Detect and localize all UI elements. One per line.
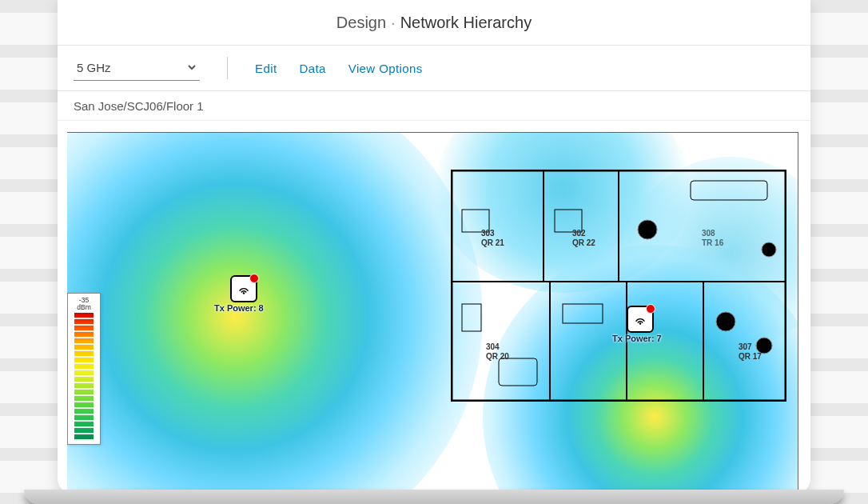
data-link[interactable]: Data: [299, 62, 325, 75]
legend-top-value: -35dBm: [70, 297, 98, 311]
ap-status-dot-icon: [646, 304, 655, 314]
heatmap-canvas[interactable]: 303QR 21 302QR 22 308TR 16 304QR 20 307Q…: [67, 132, 798, 494]
svg-rect-12: [462, 304, 481, 331]
ap-label: Tx Power: 8: [214, 303, 264, 313]
room-label-303: 303QR 21: [481, 229, 504, 247]
ap-marker[interactable]: [627, 306, 654, 333]
chevron-down-icon: [187, 61, 197, 74]
svg-rect-14: [563, 304, 603, 323]
device-frame-left: [0, 0, 64, 504]
title-separator: ·: [391, 14, 396, 32]
band-selected-value: 5 GHz: [77, 61, 111, 74]
signal-legend: -35dBm: [67, 293, 101, 445]
title-lead: Design: [336, 14, 386, 32]
ap-status-dot-icon: [249, 274, 259, 283]
title-sub: Network Hierarchy: [400, 14, 532, 32]
svg-rect-13: [499, 358, 537, 386]
heatmap-blob: [67, 132, 483, 494]
toolbar: 5 GHz Edit Data View Options: [58, 46, 810, 91]
svg-point-18: [639, 322, 642, 325]
page-title-bar: Design · Network Hierarchy: [58, 0, 810, 46]
ap-label: Tx Power: 7: [612, 334, 662, 343]
room-label-307: 307QR 17: [739, 342, 762, 361]
room-label-304: 304QR 20: [486, 342, 509, 361]
device-base: [24, 490, 844, 504]
band-dropdown[interactable]: 5 GHz: [74, 56, 200, 81]
device-frame-right: [804, 0, 868, 504]
edit-link[interactable]: Edit: [255, 62, 277, 75]
breadcrumb: San Jose/SCJ06/Floor 1: [58, 91, 810, 121]
room-label-308: 308TR 16: [702, 229, 723, 247]
toolbar-divider: [227, 57, 228, 79]
app-window: Design · Network Hierarchy 5 GHz Edit Da…: [58, 0, 810, 494]
heatmap-canvas-container: 303QR 21 302QR 22 308TR 16 304QR 20 307Q…: [58, 121, 810, 494]
view-options-link[interactable]: View Options: [348, 62, 423, 75]
breadcrumb-path: San Jose/SCJ06/Floor 1: [74, 99, 204, 113]
svg-point-17: [243, 292, 245, 294]
legend-color-scale: [74, 313, 94, 441]
room-label-302: 302QR 22: [572, 229, 595, 247]
ap-marker[interactable]: [230, 275, 257, 302]
